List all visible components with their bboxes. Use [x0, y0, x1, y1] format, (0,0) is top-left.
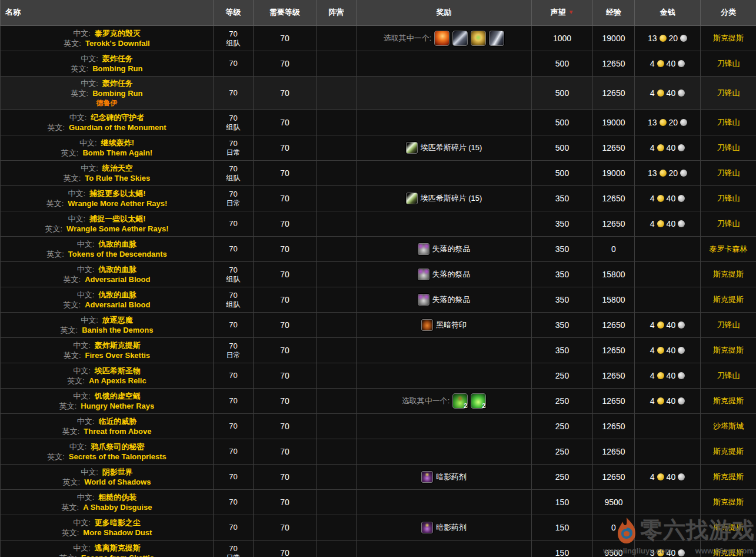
reward-item-link[interactable]: 埃匹希斯碎片 (15): [421, 193, 482, 204]
category-link[interactable]: 斯克提斯: [713, 447, 744, 456]
quest-name-en-link[interactable]: Tokens of the Descendants: [68, 250, 167, 258]
quest-name-cn-link[interactable]: 仇敌的血脉: [98, 290, 136, 299]
quest-name-cn-link[interactable]: 埃匹希斯圣物: [95, 366, 141, 375]
dark-rune-icon[interactable]: [421, 319, 433, 331]
quest-name-en-link[interactable]: More Shadow Dust: [83, 528, 152, 537]
quest-name-en-link[interactable]: Adversarial Blood: [85, 300, 150, 309]
quest-name-en-link[interactable]: A Shabby Disguise: [83, 503, 152, 512]
quest-name-en-link[interactable]: Guardian of the Monument: [69, 123, 166, 132]
quest-name-en-link[interactable]: World of Shadows: [84, 478, 151, 486]
quest-name-en-link[interactable]: Bomb Them Again!: [82, 148, 152, 157]
quest-name-cn-link[interactable]: 统治天空: [102, 164, 133, 173]
quest-name-cn-link[interactable]: 放逐恶魔: [102, 316, 133, 324]
category-link[interactable]: 斯克提斯: [713, 523, 744, 532]
column-header-money[interactable]: 金钱: [635, 0, 701, 25]
reward-item-link[interactable]: 暗影药剂: [436, 472, 467, 482]
shadow-potion-icon[interactable]: [421, 471, 433, 483]
category-link[interactable]: 斯克提斯: [713, 34, 744, 42]
category-link[interactable]: 刀锋山: [717, 168, 740, 177]
reward-item-link[interactable]: 失落的祭品: [432, 294, 471, 305]
apexis-shard-icon[interactable]: [406, 142, 418, 154]
category-link[interactable]: 刀锋山: [717, 143, 740, 152]
quest-name-cn-link[interactable]: 临近的威胁: [98, 417, 136, 426]
gold-ring-icon[interactable]: [471, 31, 486, 46]
quest-name-cn-link[interactable]: 泰罗克的毁灭: [95, 29, 141, 38]
reward-item-link[interactable]: 暗影药剂: [436, 522, 467, 533]
quest-name-en-link[interactable]: Bombing Run: [92, 64, 142, 73]
category-link[interactable]: 刀锋山: [717, 320, 740, 329]
quest-name-cn-link[interactable]: 轰炸任务: [102, 79, 133, 88]
quest-name-cn-link[interactable]: 鸦爪祭司的秘密: [91, 442, 144, 451]
quest-name-en-link[interactable]: Hungry Nether Rays: [81, 402, 154, 410]
quest-name-en-link[interactable]: Secrets of the Talonpriests: [69, 452, 166, 461]
quest-name-cn-link[interactable]: 轰炸斯克提斯: [95, 341, 141, 350]
shadow-potion-icon[interactable]: [421, 522, 433, 533]
green-potion-icon[interactable]: 2: [452, 393, 468, 409]
quest-name-en-link[interactable]: An Apexis Relic: [89, 376, 146, 385]
column-header-rewards[interactable]: 奖励: [357, 0, 532, 25]
quest-name-en-link[interactable]: To Rule The Skies: [85, 174, 150, 183]
quest-name-en-link[interactable]: Fires Over Skettis: [85, 351, 151, 360]
quest-name-en-link[interactable]: Wrangle More Aether Rays!: [68, 199, 167, 208]
category-link[interactable]: 斯克提斯: [713, 548, 744, 557]
quest-name-en-link[interactable]: Escape from Skettis: [81, 553, 154, 557]
quest-name-en-link[interactable]: Banish the Demons: [82, 326, 153, 334]
category-cell: 斯克提斯: [701, 489, 756, 515]
reward-item-link[interactable]: 埃匹希斯碎片 (15): [421, 142, 482, 153]
column-header-name[interactable]: 名称: [1, 0, 214, 25]
apexis-shard-icon[interactable]: [406, 193, 418, 204]
quest-name-cn-link[interactable]: 仇敌的血脉: [98, 265, 136, 274]
quest-name-cn-link[interactable]: 阴影世界: [102, 468, 133, 476]
column-header-xp[interactable]: 经验: [593, 0, 635, 25]
category-link[interactable]: 斯克提斯: [713, 396, 744, 405]
category-link[interactable]: 斯克提斯: [713, 270, 744, 278]
category-link[interactable]: 斯克提斯: [713, 472, 744, 481]
quest-name-cn-link[interactable]: 继续轰炸!: [101, 138, 134, 147]
lost-offering-icon[interactable]: [418, 268, 429, 280]
quest-name-cn-link[interactable]: 饥饿的虚空鳐: [95, 392, 141, 400]
quest-name-line: 中文:更多暗影之尘: [2, 518, 212, 528]
quest-name-cn-link[interactable]: 逃离斯克提斯: [95, 543, 141, 552]
category-link[interactable]: 刀锋山: [717, 118, 740, 127]
xp-cell: 12650: [593, 135, 635, 160]
lost-offering-icon[interactable]: [418, 294, 429, 306]
column-header-req-level[interactable]: 需要等级: [254, 0, 317, 25]
column-header-faction[interactable]: 阵营: [317, 0, 357, 25]
quest-name-en-link[interactable]: Terokk's Downfall: [85, 39, 150, 48]
quest-name-en-link[interactable]: Adversarial Blood: [85, 275, 150, 284]
category-link[interactable]: 刀锋山: [717, 219, 740, 228]
reward-item-link[interactable]: 黑暗符印: [436, 320, 467, 330]
column-header-category[interactable]: 分类: [701, 0, 756, 25]
quest-name-cn-link[interactable]: 仇敌的血脉: [98, 240, 136, 248]
quest-name-cn-link[interactable]: 轰炸任务: [102, 54, 133, 63]
twin-daggers-icon[interactable]: [452, 31, 468, 46]
reward-item-link[interactable]: 失落的祭品: [432, 244, 471, 254]
quest-name-en-link[interactable]: Threat from Above: [84, 427, 151, 436]
fiery-mace-icon[interactable]: [434, 31, 449, 46]
required-level-cell: 70: [254, 211, 317, 236]
category-link[interactable]: 刀锋山: [717, 88, 740, 97]
gray-blade-icon[interactable]: [489, 31, 504, 46]
name-language-prefix: 英文:: [64, 39, 81, 48]
category-link[interactable]: 斯克提斯: [713, 346, 744, 354]
quest-name-cn-link[interactable]: 更多暗影之尘: [95, 518, 141, 527]
quest-name-cn-link[interactable]: 捕捉一些以太鳐!: [89, 214, 145, 223]
category-link[interactable]: 斯克提斯: [713, 295, 744, 304]
category-link[interactable]: 斯克提斯: [713, 498, 744, 506]
category-link[interactable]: 泰罗卡森林: [710, 244, 748, 253]
quest-name-en-link[interactable]: Wrangle Some Aether Rays!: [66, 224, 168, 233]
quest-name-cn-link[interactable]: 粗糙的伪装: [98, 493, 136, 502]
category-link[interactable]: 沙塔斯城: [713, 422, 744, 430]
column-header-level[interactable]: 等级: [214, 0, 254, 25]
category-link[interactable]: 刀锋山: [717, 371, 740, 380]
reward-item-link[interactable]: 失落的祭品: [432, 269, 471, 280]
category-link[interactable]: 刀锋山: [717, 194, 740, 203]
category-link[interactable]: 刀锋山: [717, 59, 740, 68]
quest-name-en-link[interactable]: Bombing Run: [92, 89, 142, 98]
name-language-prefix: 英文:: [63, 478, 81, 486]
green-vial-icon[interactable]: 2: [471, 393, 486, 409]
quest-name-cn-link[interactable]: 捕捉更多以太鳐!: [89, 189, 145, 198]
quest-name-cn-link[interactable]: 纪念碑的守护者: [91, 113, 144, 122]
lost-offering-icon[interactable]: [418, 243, 429, 255]
column-header-reputation[interactable]: 声望▼: [532, 0, 593, 25]
